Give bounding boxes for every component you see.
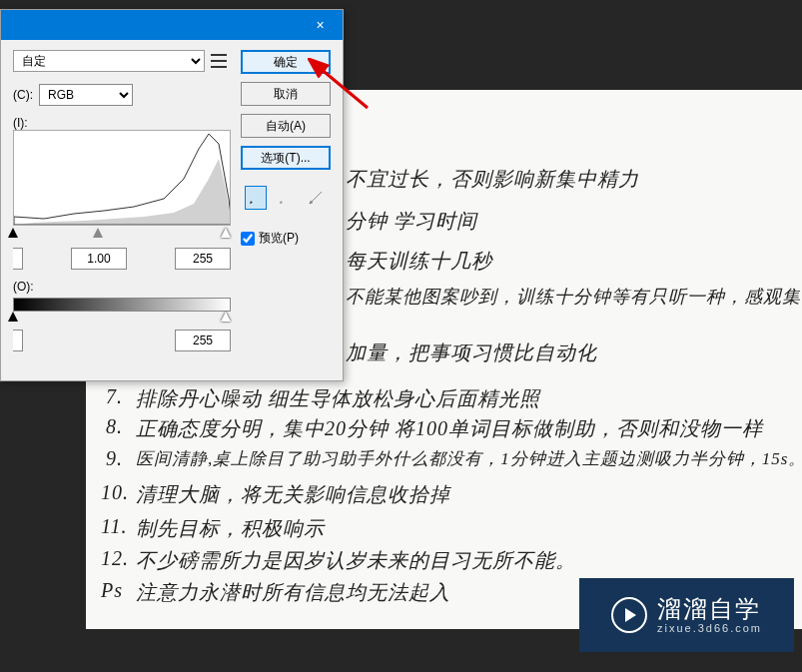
input-levels-label: (I):: [13, 116, 28, 130]
note-line: 正确态度分明，集中20分钟 将100单词目标做制助，否则和没物一样: [136, 415, 763, 442]
output-white-field[interactable]: [175, 330, 231, 351]
eyedropper-gray-icon[interactable]: [275, 186, 297, 210]
note-num: 12.: [101, 547, 129, 570]
note-num: 9.: [106, 447, 123, 470]
input-black-field[interactable]: [13, 248, 23, 270]
output-black-field[interactable]: [13, 330, 23, 351]
cancel-button[interactable]: 取消: [241, 82, 331, 106]
histogram: [13, 130, 231, 226]
note-num: 11.: [101, 515, 128, 538]
watermark-title: 溜溜自学: [657, 596, 762, 622]
note-line: 注意力永潜时所有信息均无法起入: [136, 579, 450, 606]
note-line: 清理大脑，将无关影响信息收拾掉: [136, 481, 450, 508]
output-levels-label: (O):: [13, 280, 331, 294]
watermark-url: zixue.3d66.com: [657, 622, 762, 634]
play-icon: [611, 597, 647, 633]
preset-menu-icon[interactable]: [211, 54, 227, 68]
close-button[interactable]: ×: [298, 10, 343, 40]
note-line: 分钟 学习时间: [346, 208, 477, 235]
input-slider[interactable]: [13, 232, 231, 238]
note-line: 不少磅需所力是因岁认岁未来的目习无所不能。: [136, 547, 576, 574]
preset-select[interactable]: 自定: [13, 50, 205, 72]
levels-dialog: × 自定 (C): RGB (I):: [0, 9, 344, 381]
ok-button[interactable]: 确定: [241, 50, 331, 74]
note-line: 不能某他图案吵到，训练十分钟等有只听一种，感观集似: [346, 285, 802, 309]
watermark: 溜溜自学 zixue.3d66.com: [579, 578, 794, 652]
note-line: 加量，把事项习惯比自动化: [346, 339, 597, 366]
output-gradient: [13, 298, 231, 312]
note-num: 10.: [101, 481, 129, 504]
input-mid-field[interactable]: [71, 248, 127, 270]
note-line: 排除丹心噪动 细生导体放松身心后面精光照: [136, 385, 540, 412]
input-white-field[interactable]: [175, 248, 231, 270]
note-line: 医间清静,桌上除目了助习助手外什么都没有，1分钟进入主题边测吸力半分钟，15s。: [136, 447, 802, 470]
output-slider[interactable]: [13, 316, 231, 322]
channel-label: (C):: [13, 88, 33, 102]
note-num: 7.: [106, 385, 123, 408]
preview-checkbox[interactable]: [241, 232, 255, 246]
note-num: 8.: [106, 415, 123, 438]
note-line: 每天训练十几秒: [346, 248, 492, 275]
options-button[interactable]: 选项(T)...: [241, 146, 331, 170]
auto-button[interactable]: 自动(A): [241, 114, 331, 138]
channel-select[interactable]: RGB: [39, 84, 133, 106]
note-num: Ps: [101, 579, 123, 602]
note-line: 制先目标，积极响示: [136, 515, 325, 542]
eyedropper-group: [241, 182, 331, 214]
eyedropper-black-icon[interactable]: [245, 186, 267, 210]
eyedropper-white-icon[interactable]: [305, 186, 327, 210]
note-line: 不宜过长，否则影响新集中精力: [346, 166, 639, 193]
titlebar[interactable]: ×: [1, 10, 343, 40]
preview-label: 预览(P): [259, 230, 299, 247]
